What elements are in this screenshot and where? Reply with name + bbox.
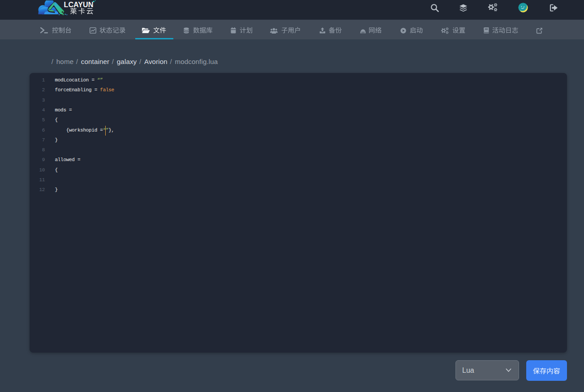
svg-text:LCAYUN: LCAYUN	[64, 0, 94, 9]
